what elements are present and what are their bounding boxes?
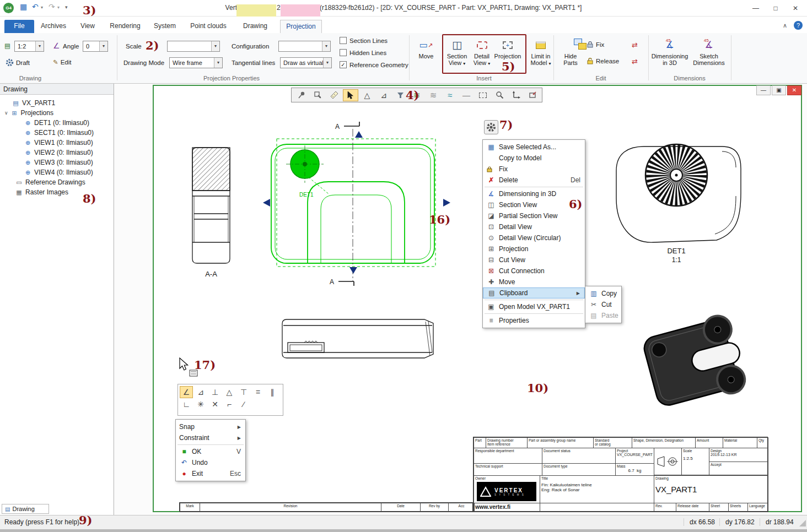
tree-item-view1[interactable]: ⊕VIEW1 (0: Ilmiasu0) (0, 138, 114, 148)
parallel-constraint-icon[interactable]: = (251, 386, 265, 398)
tree-item-projections[interactable]: ∨⊞Projections (0, 108, 114, 118)
sidebar-bottom-tab-drawing[interactable]: ▤Drawing (2, 504, 49, 514)
snap-menu-item-exit[interactable]: ●ExitEsc (176, 468, 245, 479)
menu-item-cut-view[interactable]: ⊟Cut View (483, 254, 585, 265)
layers-gray-icon[interactable]: ≋ (426, 89, 441, 101)
submenu-item-cut[interactable]: ✂Cut (585, 299, 621, 310)
drawing-mode-select[interactable]: Wire frame▾ (169, 57, 223, 68)
tangential-lines-select[interactable]: Draw as virtual▾ (280, 57, 332, 68)
triangle-corner-icon[interactable]: ⊿ (376, 89, 391, 101)
layers-teal-icon[interactable]: ≈ (442, 89, 458, 101)
drag-view-icon[interactable] (310, 89, 325, 101)
tab-view[interactable]: View (74, 20, 101, 33)
redo-dropdown-icon[interactable]: ▾ (57, 5, 60, 10)
maximize-button[interactable]: □ (766, 2, 785, 14)
triangle-constraint-icon[interactable]: △ (223, 386, 236, 398)
menu-item-open-model[interactable]: ▣Open Model VX_PART1 (483, 301, 585, 312)
chevron-down-icon[interactable]: ▾ (214, 58, 222, 68)
view-settings-gear-button[interactable] (484, 120, 498, 134)
axes-icon[interactable] (508, 89, 524, 101)
corner-constraint-icon[interactable]: ⊿ (194, 386, 207, 398)
swap-icon[interactable]: ⇄ (632, 57, 638, 66)
move-button[interactable]: ▭↗ Move (413, 37, 439, 59)
perpendicular-constraint-icon[interactable]: ⊥ (208, 386, 222, 398)
menu-item-cut-connection[interactable]: ⊠Cut Connection (483, 265, 585, 276)
angle-constraint-icon[interactable]: ∠ (180, 386, 193, 398)
scale-select[interactable]: ▾ (167, 41, 220, 52)
menu-item-projection[interactable]: ⊞Projection (483, 243, 585, 254)
limit-in-model-button[interactable]: Limit in Model ▾ (527, 37, 555, 67)
zoom-icon[interactable] (492, 89, 507, 101)
save-icon[interactable]: ▦ (20, 2, 27, 11)
minimize-button[interactable]: — (746, 2, 765, 14)
tree-item-view4[interactable]: ⊕VIEW4 (0: Ilmiasu0) (0, 167, 114, 177)
hide-parts-button[interactable]: Hide Parts (558, 37, 583, 66)
toolbar-options-icon[interactable]: ▾ (65, 4, 68, 10)
snap-menu-item-undo[interactable]: ↶Undo (176, 457, 245, 468)
tab-system[interactable]: System (148, 20, 182, 33)
draft-button[interactable]: Draft (6, 58, 30, 67)
menu-item-save-selected-as[interactable]: ▦Save Selected As... (483, 142, 585, 153)
hidden-lines-checkbox[interactable]: Hidden Lines (340, 49, 386, 56)
tab-point-clouds[interactable]: Point clouds (186, 20, 230, 33)
tree-item-sect1[interactable]: ⊕SECT1 (0: Ilmiasu0) (0, 128, 114, 138)
selected-projection-view[interactable] (263, 129, 450, 281)
layer-flat-icon[interactable]: — (459, 89, 474, 101)
handle-top[interactable] (355, 131, 363, 138)
triangle-outline-icon[interactable]: △ (359, 89, 375, 101)
undo-dropdown-icon[interactable]: ▾ (41, 5, 43, 10)
tab-drawing[interactable]: Drawing (235, 20, 276, 33)
configuration-select[interactable]: ▾ (278, 41, 331, 52)
tangent-line-icon[interactable]: ∕ (237, 398, 250, 410)
menu-item-properties[interactable]: ≡Properties (483, 315, 585, 326)
tree-item-view2[interactable]: ⊕VIEW2 (0: Ilmiasu0) (0, 148, 114, 158)
handle-left[interactable] (263, 199, 270, 207)
cross-snap-icon[interactable]: ✕ (208, 398, 222, 410)
menu-item-fix[interactable]: Fix (483, 164, 585, 175)
pin-icon[interactable] (293, 89, 309, 101)
tab-archives[interactable]: Archives (36, 20, 71, 33)
marquee-select-icon[interactable] (475, 89, 491, 101)
menu-item-detail-view[interactable]: ⊡Detail View (483, 221, 585, 232)
section-lines-checkbox[interactable]: Section Lines (340, 37, 388, 44)
fix-button[interactable]: Fix (587, 41, 604, 48)
submenu-item-copy[interactable]: ▥Copy (585, 288, 621, 299)
slanted-parallel-icon[interactable]: ∥ (266, 386, 279, 398)
chevron-down-icon[interactable]: ▾ (322, 41, 330, 51)
edit-button[interactable]: ✎ Edit (53, 58, 71, 66)
menu-item-delete[interactable]: ✗DeleteDel (483, 175, 585, 186)
sketch-dimensions-button[interactable]: ∡ 45 Sketch Dimensions (691, 37, 727, 66)
ruler-icon[interactable] (326, 89, 342, 101)
menu-item-move[interactable]: ✚Move (483, 276, 585, 287)
chevron-down-icon[interactable]: ▾ (323, 58, 331, 68)
snap-menu-item-constraint[interactable]: Constraint▶ (176, 432, 245, 443)
chevron-down-icon[interactable]: ▾ (211, 41, 219, 51)
right-angle-icon[interactable]: ∟ (180, 398, 193, 410)
corner-line-icon[interactable]: ⌐ (223, 398, 236, 410)
drawing-scale-select[interactable]: 1:2▾ (14, 41, 44, 52)
handle-bottom[interactable] (349, 267, 357, 274)
snap-star-icon[interactable]: ✳ (194, 398, 207, 410)
angle-select[interactable]: 0▾ (83, 41, 108, 52)
select-cursor-icon[interactable] (343, 89, 358, 101)
menu-item-copy-to-model[interactable]: Copy to Model (483, 153, 585, 164)
tab-file[interactable]: File (4, 20, 34, 33)
help-icon[interactable]: ? (794, 21, 803, 30)
reference-geometry-checkbox[interactable]: ✓Reference Geometry (340, 61, 408, 68)
tab-rendering[interactable]: Rendering (106, 20, 144, 33)
tab-projection[interactable]: Projection (280, 20, 322, 33)
chevron-down-icon[interactable]: ▾ (35, 41, 44, 51)
submenu-item-paste[interactable]: ▤Paste (585, 310, 621, 321)
menu-item-partial-section-view[interactable]: ◪Partial Section View (483, 210, 585, 221)
tree-item-reference-drawings[interactable]: ▭Reference Drawings (0, 177, 114, 187)
chevron-down-icon[interactable]: ▾ (99, 41, 107, 51)
tree-item-raster-images[interactable]: ▦Raster Images (0, 187, 114, 197)
snap-menu-item-ok[interactable]: ■OKV (176, 446, 245, 457)
swap-icon[interactable]: ⇄ (632, 41, 638, 49)
release-button[interactable]: Release (587, 57, 619, 64)
collapse-ribbon-icon[interactable]: ∧ (783, 22, 787, 29)
menu-item-clipboard[interactable]: ▤Clipboard▶ (483, 287, 585, 298)
tee-constraint-icon[interactable]: ⊤ (237, 386, 250, 398)
expander-icon[interactable]: ∨ (4, 108, 8, 118)
redo-icon[interactable]: ↷ (49, 2, 55, 11)
